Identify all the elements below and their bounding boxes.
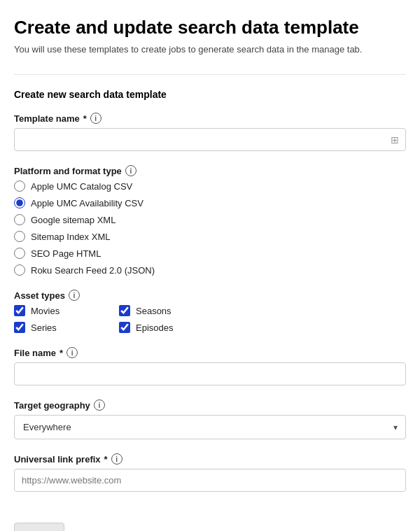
- file-name-required: *: [59, 348, 63, 358]
- universal-link-prefix-label: Universal link prefix * i: [14, 453, 406, 465]
- radio-label-apple-umc-catalog: Apple UMC Catalog CSV: [31, 181, 132, 192]
- radio-label-google-sitemap: Google sitemap XML: [31, 215, 115, 225]
- target-geography-label: Target geography i: [14, 399, 406, 411]
- checkbox-label-seasons: Seasons: [136, 306, 172, 316]
- divider-top: [14, 74, 406, 75]
- radio-item-apple-umc-catalog[interactable]: Apple UMC Catalog CSV: [14, 180, 406, 192]
- checkbox-label-episodes: Episodes: [136, 323, 173, 333]
- save-button[interactable]: Save: [14, 523, 64, 531]
- asset-types-label: Asset types i: [14, 290, 406, 301]
- checkbox-episodes[interactable]: [119, 322, 130, 333]
- checkbox-item-seasons[interactable]: Seasons: [119, 305, 210, 316]
- checkbox-item-episodes[interactable]: Episodes: [119, 322, 210, 333]
- radio-apple-umc-availability[interactable]: [14, 197, 25, 208]
- checkbox-item-series[interactable]: Series: [14, 322, 105, 333]
- page-subtitle: You will use these templates to create j…: [14, 44, 406, 55]
- universal-link-prefix-info-icon[interactable]: i: [111, 453, 122, 465]
- asset-types-grid: Movies Seasons Series Episodes: [14, 305, 210, 333]
- radio-roku-search-feed[interactable]: [14, 264, 25, 276]
- template-name-group: Template name * i ⊞: [14, 113, 406, 151]
- template-name-input-wrapper: ⊞: [14, 128, 406, 151]
- universal-link-prefix-input[interactable]: [14, 469, 406, 492]
- checkbox-label-movies: Movies: [31, 306, 59, 316]
- platform-label: Platform and format type i: [14, 165, 406, 176]
- checkbox-seasons[interactable]: [119, 305, 130, 316]
- template-name-input[interactable]: [14, 128, 406, 151]
- section-title: Create new search data template: [14, 89, 406, 100]
- universal-link-prefix-group: Universal link prefix * i: [14, 453, 406, 506]
- radio-google-sitemap[interactable]: [14, 214, 25, 225]
- target-geography-select[interactable]: Everywhere: [14, 415, 406, 439]
- radio-item-seo-page-html[interactable]: SEO Page HTML: [14, 248, 406, 259]
- file-name-input[interactable]: [14, 362, 406, 385]
- radio-item-roku-search-feed[interactable]: Roku Search Feed 2.0 (JSON): [14, 264, 406, 276]
- target-geography-group: Target geography i Everywhere ▾: [14, 399, 406, 439]
- radio-apple-umc-catalog[interactable]: [14, 180, 25, 192]
- checkbox-series[interactable]: [14, 322, 25, 333]
- file-name-info-icon[interactable]: i: [66, 347, 78, 358]
- platform-section: Platform and format type i Apple UMC Cat…: [14, 165, 406, 276]
- template-name-info-icon[interactable]: i: [90, 113, 102, 124]
- template-name-expand-icon: ⊞: [391, 134, 399, 146]
- radio-item-sitemap-index[interactable]: Sitemap Index XML: [14, 231, 406, 242]
- template-name-required: *: [83, 113, 87, 124]
- radio-item-google-sitemap[interactable]: Google sitemap XML: [14, 214, 406, 225]
- template-name-label: Template name * i: [14, 113, 406, 124]
- target-geography-select-wrapper: Everywhere ▾: [14, 415, 406, 439]
- radio-label-seo-page-html: SEO Page HTML: [31, 248, 101, 259]
- radio-item-apple-umc-availability[interactable]: Apple UMC Availability CSV: [14, 197, 406, 208]
- radio-label-apple-umc-availability: Apple UMC Availability CSV: [31, 198, 144, 208]
- asset-types-section: Asset types i Movies Seasons Series Epis…: [14, 290, 406, 333]
- checkbox-item-movies[interactable]: Movies: [14, 305, 105, 316]
- platform-info-icon[interactable]: i: [125, 165, 136, 176]
- radio-sitemap-index[interactable]: [14, 231, 25, 242]
- universal-link-prefix-required: *: [104, 454, 108, 465]
- asset-types-info-icon[interactable]: i: [69, 290, 80, 301]
- page-title: Create and update search data template: [14, 17, 406, 38]
- file-name-group: File name * i: [14, 347, 406, 385]
- checkbox-movies[interactable]: [14, 305, 25, 316]
- file-name-label: File name * i: [14, 347, 406, 358]
- checkbox-label-series: Series: [31, 323, 57, 333]
- radio-label-sitemap-index: Sitemap Index XML: [31, 232, 110, 242]
- target-geography-info-icon[interactable]: i: [94, 399, 105, 411]
- radio-label-roku-search-feed: Roku Search Feed 2.0 (JSON): [31, 265, 155, 276]
- radio-seo-page-html[interactable]: [14, 248, 25, 259]
